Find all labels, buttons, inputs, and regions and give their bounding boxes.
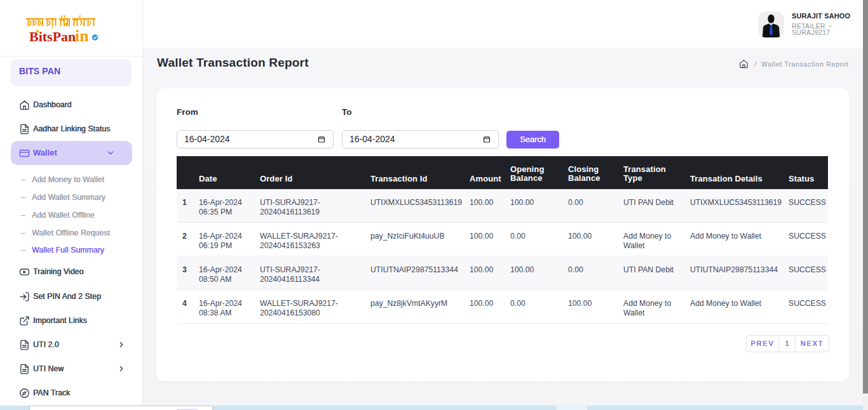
svg-text:in: in [75, 27, 89, 45]
